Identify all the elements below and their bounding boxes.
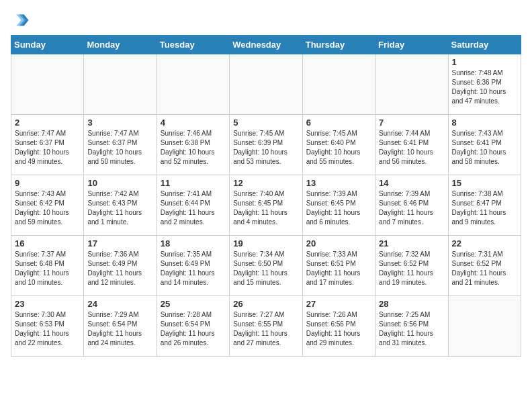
weekday-header-sunday: Sunday <box>11 36 84 54</box>
weekday-header-tuesday: Tuesday <box>157 36 229 54</box>
calendar-cell <box>302 54 375 115</box>
day-info: Sunrise: 7:43 AM Sunset: 6:42 PM Dayligh… <box>15 189 80 227</box>
day-info: Sunrise: 7:44 AM Sunset: 6:41 PM Dayligh… <box>379 129 444 167</box>
day-number: 10 <box>87 178 152 188</box>
day-number: 17 <box>87 238 152 248</box>
day-info: Sunrise: 7:28 AM Sunset: 6:54 PM Dayligh… <box>161 310 226 348</box>
day-number: 22 <box>452 238 517 248</box>
day-number: 2 <box>15 118 80 128</box>
calendar-cell: 27Sunrise: 7:26 AM Sunset: 6:56 PM Dayli… <box>302 296 375 357</box>
day-info: Sunrise: 7:38 AM Sunset: 6:47 PM Dayligh… <box>452 189 517 227</box>
day-info: Sunrise: 7:42 AM Sunset: 6:43 PM Dayligh… <box>87 189 152 227</box>
calendar-cell: 11Sunrise: 7:41 AM Sunset: 6:44 PM Dayli… <box>157 175 229 236</box>
day-info: Sunrise: 7:31 AM Sunset: 6:52 PM Dayligh… <box>452 250 517 287</box>
day-number: 9 <box>15 178 80 188</box>
day-info: Sunrise: 7:40 AM Sunset: 6:45 PM Dayligh… <box>233 189 298 227</box>
day-info: Sunrise: 7:25 AM Sunset: 6:56 PM Dayligh… <box>379 310 444 348</box>
calendar-cell: 21Sunrise: 7:32 AM Sunset: 6:52 PM Dayli… <box>375 236 448 296</box>
day-number: 3 <box>87 118 152 128</box>
day-number: 16 <box>15 238 80 248</box>
weekday-header-saturday: Saturday <box>448 36 521 54</box>
calendar-week-4: 16Sunrise: 7:37 AM Sunset: 6:48 PM Dayli… <box>11 236 521 296</box>
day-number: 14 <box>379 178 444 188</box>
day-number: 8 <box>452 118 517 128</box>
day-info: Sunrise: 7:39 AM Sunset: 6:45 PM Dayligh… <box>306 189 371 227</box>
day-number: 23 <box>15 299 80 309</box>
day-number: 21 <box>379 238 444 248</box>
calendar-cell: 17Sunrise: 7:36 AM Sunset: 6:49 PM Dayli… <box>84 236 157 296</box>
calendar-cell: 4Sunrise: 7:46 AM Sunset: 6:38 PM Daylig… <box>157 115 229 175</box>
day-number: 5 <box>233 118 298 128</box>
calendar-cell <box>375 54 448 115</box>
calendar-cell: 25Sunrise: 7:28 AM Sunset: 6:54 PM Dayli… <box>157 296 229 357</box>
calendar-cell: 19Sunrise: 7:34 AM Sunset: 6:50 PM Dayli… <box>230 236 302 296</box>
calendar-week-2: 2Sunrise: 7:47 AM Sunset: 6:37 PM Daylig… <box>11 115 521 175</box>
day-number: 20 <box>306 238 371 248</box>
calendar-cell: 5Sunrise: 7:45 AM Sunset: 6:39 PM Daylig… <box>230 115 302 175</box>
day-number: 15 <box>452 178 517 188</box>
day-info: Sunrise: 7:45 AM Sunset: 6:39 PM Dayligh… <box>233 129 298 167</box>
calendar-week-3: 9Sunrise: 7:43 AM Sunset: 6:42 PM Daylig… <box>11 175 521 236</box>
calendar-week-1: 1Sunrise: 7:48 AM Sunset: 6:36 PM Daylig… <box>11 54 521 115</box>
day-info: Sunrise: 7:30 AM Sunset: 6:53 PM Dayligh… <box>15 310 80 348</box>
calendar-cell: 6Sunrise: 7:45 AM Sunset: 6:40 PM Daylig… <box>302 115 375 175</box>
calendar-cell: 12Sunrise: 7:40 AM Sunset: 6:45 PM Dayli… <box>230 175 302 236</box>
weekday-header-monday: Monday <box>84 36 157 54</box>
calendar-cell: 20Sunrise: 7:33 AM Sunset: 6:51 PM Dayli… <box>302 236 375 296</box>
calendar-cell: 7Sunrise: 7:44 AM Sunset: 6:41 PM Daylig… <box>375 115 448 175</box>
day-info: Sunrise: 7:35 AM Sunset: 6:49 PM Dayligh… <box>161 250 226 287</box>
day-info: Sunrise: 7:34 AM Sunset: 6:50 PM Dayligh… <box>233 250 298 287</box>
day-info: Sunrise: 7:48 AM Sunset: 6:36 PM Dayligh… <box>452 68 517 106</box>
day-number: 6 <box>306 118 371 128</box>
weekday-header-wednesday: Wednesday <box>230 36 302 54</box>
day-info: Sunrise: 7:37 AM Sunset: 6:48 PM Dayligh… <box>15 250 80 287</box>
calendar-cell: 24Sunrise: 7:29 AM Sunset: 6:54 PM Dayli… <box>84 296 157 357</box>
day-info: Sunrise: 7:29 AM Sunset: 6:54 PM Dayligh… <box>87 310 152 348</box>
day-info: Sunrise: 7:32 AM Sunset: 6:52 PM Dayligh… <box>379 250 444 287</box>
calendar-week-5: 23Sunrise: 7:30 AM Sunset: 6:53 PM Dayli… <box>11 296 521 357</box>
calendar-cell <box>448 296 521 357</box>
calendar-cell: 13Sunrise: 7:39 AM Sunset: 6:45 PM Dayli… <box>302 175 375 236</box>
calendar-cell: 15Sunrise: 7:38 AM Sunset: 6:47 PM Dayli… <box>448 175 521 236</box>
logo-icon <box>11 11 30 30</box>
day-number: 13 <box>306 178 371 188</box>
day-info: Sunrise: 7:36 AM Sunset: 6:49 PM Dayligh… <box>87 250 152 287</box>
day-info: Sunrise: 7:26 AM Sunset: 6:56 PM Dayligh… <box>306 310 371 348</box>
day-info: Sunrise: 7:41 AM Sunset: 6:44 PM Dayligh… <box>161 189 226 227</box>
calendar-cell: 9Sunrise: 7:43 AM Sunset: 6:42 PM Daylig… <box>11 175 84 236</box>
weekday-header-thursday: Thursday <box>302 36 375 54</box>
weekday-header-friday: Friday <box>375 36 448 54</box>
calendar-cell: 14Sunrise: 7:39 AM Sunset: 6:46 PM Dayli… <box>375 175 448 236</box>
day-number: 11 <box>161 178 226 188</box>
calendar-cell: 2Sunrise: 7:47 AM Sunset: 6:37 PM Daylig… <box>11 115 84 175</box>
calendar-cell <box>157 54 229 115</box>
day-number: 19 <box>233 238 298 248</box>
day-info: Sunrise: 7:39 AM Sunset: 6:46 PM Dayligh… <box>379 189 444 227</box>
calendar-cell: 28Sunrise: 7:25 AM Sunset: 6:56 PM Dayli… <box>375 296 448 357</box>
day-info: Sunrise: 7:46 AM Sunset: 6:38 PM Dayligh… <box>161 129 226 167</box>
calendar-cell: 22Sunrise: 7:31 AM Sunset: 6:52 PM Dayli… <box>448 236 521 296</box>
logo <box>11 11 31 30</box>
day-info: Sunrise: 7:43 AM Sunset: 6:41 PM Dayligh… <box>452 129 517 167</box>
day-number: 7 <box>379 118 444 128</box>
day-info: Sunrise: 7:27 AM Sunset: 6:55 PM Dayligh… <box>233 310 298 348</box>
day-info: Sunrise: 7:33 AM Sunset: 6:51 PM Dayligh… <box>306 250 371 287</box>
day-info: Sunrise: 7:47 AM Sunset: 6:37 PM Dayligh… <box>15 129 80 167</box>
day-number: 25 <box>161 299 226 309</box>
weekday-header-row: SundayMondayTuesdayWednesdayThursdayFrid… <box>11 36 521 54</box>
day-number: 12 <box>233 178 298 188</box>
calendar-cell: 10Sunrise: 7:42 AM Sunset: 6:43 PM Dayli… <box>84 175 157 236</box>
day-info: Sunrise: 7:47 AM Sunset: 6:37 PM Dayligh… <box>87 129 152 167</box>
day-number: 28 <box>379 299 444 309</box>
day-number: 26 <box>233 299 298 309</box>
day-number: 24 <box>87 299 152 309</box>
calendar-cell: 26Sunrise: 7:27 AM Sunset: 6:55 PM Dayli… <box>230 296 302 357</box>
calendar-cell: 18Sunrise: 7:35 AM Sunset: 6:49 PM Dayli… <box>157 236 229 296</box>
calendar-cell: 3Sunrise: 7:47 AM Sunset: 6:37 PM Daylig… <box>84 115 157 175</box>
day-info: Sunrise: 7:45 AM Sunset: 6:40 PM Dayligh… <box>306 129 371 167</box>
header <box>11 11 521 30</box>
day-number: 4 <box>161 118 226 128</box>
calendar: SundayMondayTuesdayWednesdayThursdayFrid… <box>11 35 521 357</box>
calendar-cell: 1Sunrise: 7:48 AM Sunset: 6:36 PM Daylig… <box>448 54 521 115</box>
calendar-cell: 23Sunrise: 7:30 AM Sunset: 6:53 PM Dayli… <box>11 296 84 357</box>
